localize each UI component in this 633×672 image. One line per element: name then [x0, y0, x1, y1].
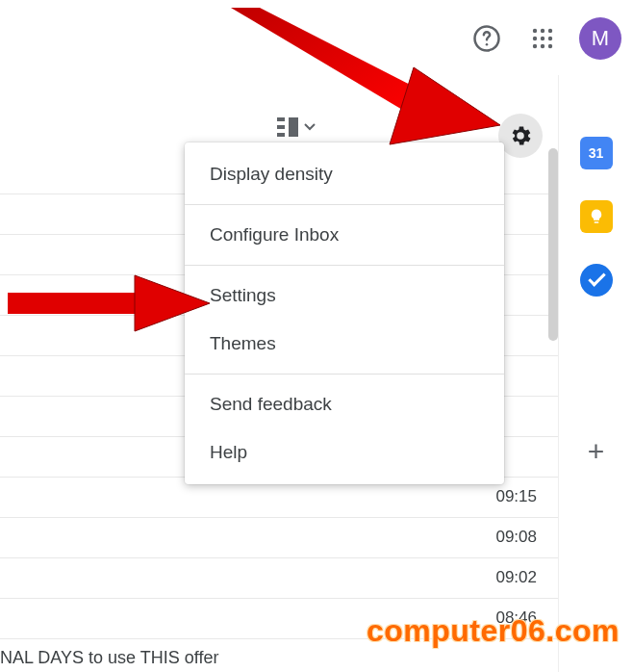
help-icon[interactable]: [468, 19, 506, 58]
menu-item-themes[interactable]: Themes: [185, 320, 504, 368]
keep-icon[interactable]: [580, 200, 613, 233]
account-avatar[interactable]: M: [579, 17, 621, 60]
svg-point-6: [541, 37, 544, 40]
calendar-icon[interactable]: 31: [580, 137, 613, 169]
svg-rect-14: [289, 117, 298, 137]
avatar-initial: M: [592, 26, 609, 51]
mail-row[interactable]: 09:02: [0, 558, 558, 599]
watermark-text: computer06.com: [367, 613, 620, 649]
svg-point-4: [548, 29, 552, 33]
svg-point-3: [541, 29, 544, 33]
app-header: M: [0, 0, 633, 75]
header-actions: M: [468, 17, 621, 60]
svg-rect-13: [277, 133, 285, 137]
menu-item-configure-inbox[interactable]: Configure Inbox: [185, 211, 504, 259]
svg-point-1: [486, 43, 489, 46]
svg-point-7: [548, 37, 552, 40]
menu-item-send-feedback[interactable]: Send feedback: [185, 380, 504, 428]
mail-snippet: NAL DAYS to use THIS offer: [0, 648, 218, 668]
menu-divider: [185, 204, 504, 205]
svg-rect-11: [277, 117, 285, 121]
tasks-icon[interactable]: [580, 264, 613, 297]
apps-grid-icon[interactable]: [523, 19, 562, 58]
svg-point-10: [548, 44, 552, 48]
menu-item-settings[interactable]: Settings: [185, 271, 504, 320]
menu-item-help[interactable]: Help: [185, 428, 504, 477]
svg-point-2: [533, 29, 537, 33]
add-panel-icon[interactable]: +: [580, 435, 613, 468]
mail-time: 09:08: [495, 528, 537, 547]
settings-gear-button[interactable]: [498, 114, 543, 158]
settings-dropdown-menu: Display density Configure Inbox Settings…: [185, 142, 504, 484]
menu-item-display-density[interactable]: Display density: [185, 150, 504, 198]
mail-row[interactable]: 09:08: [0, 518, 558, 558]
svg-point-8: [533, 44, 537, 48]
calendar-day-number: 31: [589, 145, 604, 161]
split-pane-toggle[interactable]: [277, 117, 316, 137]
menu-divider: [185, 374, 504, 375]
mail-time: 09:02: [495, 568, 537, 587]
svg-point-9: [541, 44, 544, 48]
mail-time: 09:15: [495, 487, 537, 506]
scrollbar[interactable]: [548, 148, 558, 341]
chevron-down-icon: [304, 123, 316, 131]
gear-icon: [508, 123, 533, 148]
side-panel: 31 +: [558, 75, 633, 672]
svg-rect-12: [277, 125, 285, 129]
menu-divider: [185, 265, 504, 266]
svg-point-5: [533, 37, 537, 40]
